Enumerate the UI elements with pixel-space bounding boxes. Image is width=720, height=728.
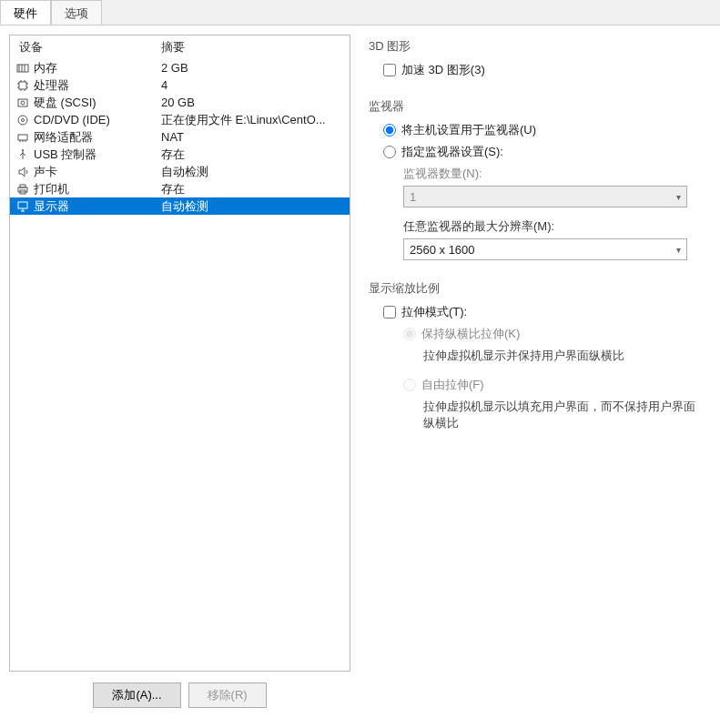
usb-icon: [15, 147, 30, 162]
svg-point-14: [21, 101, 25, 105]
radio-label: 将主机设置用于监视器(U): [401, 122, 536, 138]
chevron-down-icon: ▾: [676, 245, 681, 255]
column-header-device: 设备: [15, 39, 161, 56]
device-name: 硬盘 (SCSI): [34, 95, 161, 111]
svg-point-21: [22, 149, 24, 151]
device-summary: 自动检测: [161, 198, 344, 215]
device-row-sound[interactable]: 声卡 自动检测: [10, 163, 350, 180]
tab-options[interactable]: 选项: [51, 0, 102, 25]
radio-specify-monitor[interactable]: 指定监视器设置(S):: [383, 144, 704, 160]
select-max-resolution[interactable]: 2560 x 1600 ▾: [403, 238, 687, 260]
device-name: 打印机: [34, 181, 161, 197]
device-summary: 2 GB: [161, 61, 344, 75]
radio-label: 自由拉伸(F): [421, 377, 484, 393]
device-summary: 正在使用文件 E:\Linux\CentO...: [161, 112, 344, 128]
add-button[interactable]: 添加(A)...: [93, 682, 180, 708]
device-name: USB 控制器: [34, 147, 161, 163]
group-monitor: 监视器 将主机设置用于监视器(U) 指定监视器设置(S): 监视器数量(N): …: [369, 98, 704, 260]
device-row-usb[interactable]: USB 控制器 存在: [10, 146, 350, 163]
tab-hardware[interactable]: 硬件: [0, 0, 51, 25]
radio-keep-aspect: 保持纵横比拉伸(K): [403, 326, 704, 342]
harddisk-icon: [15, 96, 30, 110]
radio-use-host[interactable]: 将主机设置用于监视器(U): [383, 122, 704, 138]
checkbox-label: 拉伸模式(T):: [401, 304, 467, 320]
checkbox-stretch-mode[interactable]: 拉伸模式(T):: [383, 304, 704, 320]
group-title-3d: 3D 图形: [369, 38, 704, 55]
group-title-scaling: 显示缩放比例: [369, 280, 704, 297]
svg-rect-25: [18, 202, 27, 208]
printer-icon: [15, 182, 30, 197]
group-title-monitor: 监视器: [369, 98, 704, 115]
radio-free-stretch: 自由拉伸(F): [403, 377, 704, 393]
radio-label: 指定监视器设置(S):: [401, 144, 503, 160]
device-name: 处理器: [34, 77, 161, 94]
select-monitor-count: 1 ▾: [403, 186, 687, 207]
display-icon: [15, 199, 30, 214]
chevron-down-icon: ▾: [676, 192, 681, 202]
sound-icon: [15, 165, 30, 179]
checkbox-label: 加速 3D 图形(3): [401, 62, 485, 78]
radio-input[interactable]: [383, 146, 396, 158]
radio-input: [403, 379, 416, 391]
device-summary: 4: [161, 78, 344, 92]
device-name: 内存: [34, 60, 161, 76]
svg-rect-13: [18, 99, 27, 106]
radio-input[interactable]: [383, 124, 396, 136]
device-row-printer[interactable]: 打印机 存在: [10, 180, 350, 197]
column-header-summary: 摘要: [161, 39, 344, 56]
checkbox-input[interactable]: [383, 306, 396, 318]
device-name: CD/DVD (IDE): [34, 113, 161, 126]
label-max-resolution: 任意监视器的最大分辨率(M):: [403, 218, 704, 235]
device-list: 设备 摘要 内存 2 GB 处理器 4: [9, 35, 350, 672]
remove-button: 移除(R): [188, 682, 267, 708]
device-row-memory[interactable]: 内存 2 GB: [10, 59, 350, 76]
svg-rect-4: [19, 82, 26, 89]
svg-point-16: [22, 118, 25, 121]
select-value: 1: [410, 190, 416, 204]
device-summary: NAT: [161, 130, 344, 144]
device-name: 声卡: [34, 164, 161, 180]
cpu-icon: [15, 78, 30, 93]
checkbox-input[interactable]: [383, 64, 396, 76]
device-row-network[interactable]: 网络适配器 NAT: [10, 128, 350, 146]
device-row-harddisk[interactable]: 硬盘 (SCSI) 20 GB: [10, 94, 350, 111]
disc-icon: [15, 113, 30, 127]
svg-point-15: [18, 116, 27, 125]
device-summary: 存在: [161, 181, 344, 197]
device-name: 网络适配器: [34, 129, 161, 146]
memory-icon: [15, 61, 30, 76]
network-icon: [15, 130, 30, 145]
tabs-bar: 硬件 选项: [0, 0, 720, 25]
radio-input: [403, 328, 416, 340]
checkbox-accelerate-3d[interactable]: 加速 3D 图形(3): [383, 62, 704, 78]
desc-free-stretch: 拉伸虚拟机显示以填充用户界面，而不保持用户界面纵横比: [423, 399, 704, 431]
device-row-cddvd[interactable]: CD/DVD (IDE) 正在使用文件 E:\Linux\CentO...: [10, 111, 350, 128]
svg-rect-17: [18, 135, 27, 140]
device-summary: 存在: [161, 147, 344, 163]
select-value: 2560 x 1600: [410, 243, 475, 257]
group-3d-graphics: 3D 图形 加速 3D 图形(3): [369, 38, 704, 78]
device-row-display[interactable]: 显示器 自动检测: [10, 197, 350, 215]
desc-keep-aspect: 拉伸虚拟机显示并保持用户界面纵横比: [423, 348, 704, 364]
radio-label: 保持纵横比拉伸(K): [421, 326, 520, 342]
device-summary: 20 GB: [161, 96, 344, 109]
label-monitor-count: 监视器数量(N):: [403, 166, 704, 182]
svg-rect-23: [20, 185, 25, 187]
device-row-processor[interactable]: 处理器 4: [10, 76, 350, 94]
device-name: 显示器: [34, 198, 161, 215]
device-summary: 自动检测: [161, 164, 344, 180]
group-display-scaling: 显示缩放比例 拉伸模式(T): 保持纵横比拉伸(K) 拉伸虚拟机显示并保持用户界…: [369, 280, 704, 432]
